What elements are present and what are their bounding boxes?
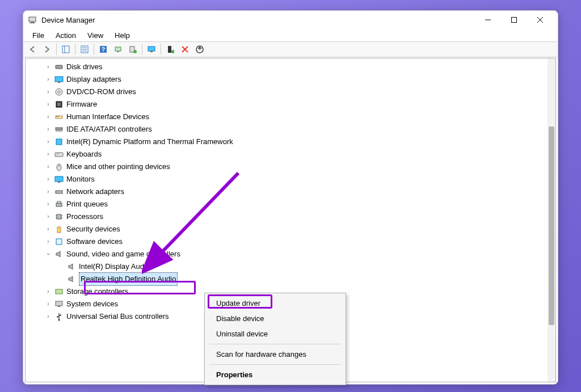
- chevron-right-icon[interactable]: ›: [45, 186, 52, 198]
- back-button[interactable]: [26, 43, 39, 56]
- tree-item-intel-dptf[interactable]: › Intel(R) Dynamic Platform and Thermal …: [26, 136, 555, 148]
- close-button[interactable]: [527, 11, 553, 28]
- menu-action[interactable]: Action: [50, 30, 82, 41]
- device-tree[interactable]: › Disk drives › Display adapters › DVD/C…: [26, 58, 555, 325]
- chevron-right-icon[interactable]: ›: [45, 198, 52, 210]
- tree-item-intel-display-audio[interactable]: Intel(R) Display Audio: [26, 260, 555, 273]
- disable-device-button[interactable]: [178, 43, 192, 56]
- monitor-button[interactable]: [145, 43, 158, 56]
- chevron-right-icon[interactable]: ›: [45, 210, 52, 223]
- tree-item-software-devices[interactable]: › Software devices: [26, 235, 555, 248]
- monitor-icon: [54, 175, 64, 184]
- ctx-properties[interactable]: Properties: [206, 367, 344, 382]
- vertical-scrollbar[interactable]: [548, 58, 555, 382]
- update-driver-button[interactable]: [126, 43, 140, 56]
- tree-item-label: Human Interface Devices: [66, 111, 149, 123]
- ctx-scan-hardware[interactable]: Scan for hardware changes: [206, 347, 344, 362]
- tree-item-firmware[interactable]: › Firmware: [26, 98, 555, 111]
- chevron-right-icon[interactable]: ›: [45, 111, 52, 123]
- svg-rect-1: [31, 22, 34, 23]
- security-icon: [54, 225, 64, 234]
- speaker-icon: [66, 275, 77, 284]
- ctx-uninstall-device[interactable]: Uninstall device: [206, 326, 344, 342]
- svg-rect-34: [56, 116, 62, 119]
- chevron-right-icon[interactable]: ›: [45, 235, 52, 248]
- tree-item-sound[interactable]: › Sound, video and game controllers: [26, 248, 555, 260]
- uninstall-device-button[interactable]: [193, 43, 207, 56]
- minimize-button[interactable]: [475, 11, 501, 28]
- menu-help[interactable]: Help: [109, 30, 136, 41]
- tree-item-label: Universal Serial Bus controllers: [66, 310, 169, 323]
- tree-item-ide[interactable]: › IDE ATA/ATAPI controllers: [26, 123, 555, 136]
- tree-item-network[interactable]: › Network adapters: [26, 186, 555, 198]
- firmware-icon: [54, 100, 64, 109]
- tree-item-label: Firmware: [66, 98, 97, 111]
- chevron-down-icon[interactable]: ›: [42, 251, 54, 258]
- titlebar: Device Manager: [23, 11, 558, 29]
- enable-device-button[interactable]: [163, 43, 177, 56]
- show-hide-tree-button[interactable]: [59, 43, 73, 56]
- tree-item-label: IDE ATA/ATAPI controllers: [66, 123, 152, 136]
- tree-item-monitors[interactable]: › Monitors: [26, 173, 555, 186]
- chevron-right-icon[interactable]: ›: [45, 123, 52, 136]
- speaker-icon: [66, 262, 77, 271]
- chevron-right-icon[interactable]: ›: [45, 61, 52, 73]
- menu-file[interactable]: File: [27, 30, 50, 41]
- hid-icon: [54, 112, 64, 121]
- svg-rect-43: [58, 154, 59, 154]
- chevron-right-icon[interactable]: ›: [45, 285, 52, 298]
- svg-text:?: ?: [102, 47, 105, 53]
- svg-rect-15: [115, 47, 121, 51]
- help-button[interactable]: ?: [96, 43, 110, 56]
- tree-item-label: DVD/CD-ROM drives: [66, 86, 136, 98]
- ctx-update-driver[interactable]: Update driver: [206, 296, 344, 311]
- tree-item-realtek-audio[interactable]: Realtek High Definition Audio: [26, 273, 555, 285]
- chevron-right-icon[interactable]: ›: [45, 161, 52, 173]
- chevron-right-icon[interactable]: ›: [45, 98, 52, 111]
- svg-rect-19: [148, 47, 155, 51]
- chevron-right-icon[interactable]: ›: [45, 310, 52, 323]
- svg-rect-16: [117, 51, 119, 52]
- tree-item-hid[interactable]: › Human Interface Devices: [26, 111, 555, 123]
- chevron-right-icon[interactable]: ›: [45, 148, 52, 161]
- tree-item-display-adapters[interactable]: › Display adapters: [26, 73, 555, 86]
- toolbar-separator: [161, 44, 161, 55]
- tree-item-disk-drives[interactable]: › Disk drives: [26, 61, 555, 73]
- svg-rect-49: [57, 192, 58, 192]
- menu-view[interactable]: View: [82, 30, 109, 41]
- toolbar-separator: [142, 44, 142, 55]
- chip-icon: [54, 137, 64, 146]
- tree-item-mice[interactable]: › Mice and other pointing devices: [26, 161, 555, 173]
- tree-item-processors[interactable]: › Processors: [26, 210, 555, 223]
- tree-item-print-queues[interactable]: › Print queues: [26, 198, 555, 210]
- tree-item-label: Print queues: [66, 198, 108, 210]
- tree-item-label: Intel(R) Dynamic Platform and Thermal Fr…: [66, 136, 233, 148]
- chevron-right-icon[interactable]: ›: [45, 136, 52, 148]
- svg-point-31: [58, 91, 60, 93]
- tree-item-keyboards[interactable]: › Keyboards: [26, 148, 555, 161]
- properties-button[interactable]: [78, 43, 91, 56]
- toolbar-separator: [56, 44, 57, 55]
- forward-button[interactable]: [40, 43, 54, 56]
- chevron-right-icon[interactable]: ›: [45, 73, 52, 86]
- tree-item-dvd[interactable]: › DVD/CD-ROM drives: [26, 86, 555, 98]
- tree-item-label: Monitors: [66, 173, 95, 186]
- tree-item-label: Realtek High Definition Audio: [79, 272, 178, 286]
- ctx-disable-device[interactable]: Disable device: [206, 311, 344, 326]
- window-title: Device Manager: [41, 16, 475, 24]
- svg-rect-57: [57, 227, 61, 233]
- scrollbar-thumb[interactable]: [549, 127, 554, 325]
- tree-item-label: Display adapters: [66, 73, 121, 86]
- chevron-right-icon[interactable]: ›: [45, 86, 52, 98]
- svg-rect-52: [57, 214, 61, 219]
- chevron-right-icon[interactable]: ›: [45, 298, 52, 310]
- tree-item-label: Security devices: [66, 223, 120, 235]
- chevron-right-icon[interactable]: ›: [45, 173, 52, 186]
- svg-rect-58: [56, 239, 62, 245]
- tree-item-security[interactable]: › Security devices: [26, 223, 555, 235]
- chevron-right-icon[interactable]: ›: [45, 223, 52, 235]
- maximize-button[interactable]: [501, 11, 527, 28]
- svg-rect-60: [56, 301, 62, 306]
- scan-hardware-button[interactable]: [111, 43, 125, 56]
- svg-rect-46: [55, 176, 63, 182]
